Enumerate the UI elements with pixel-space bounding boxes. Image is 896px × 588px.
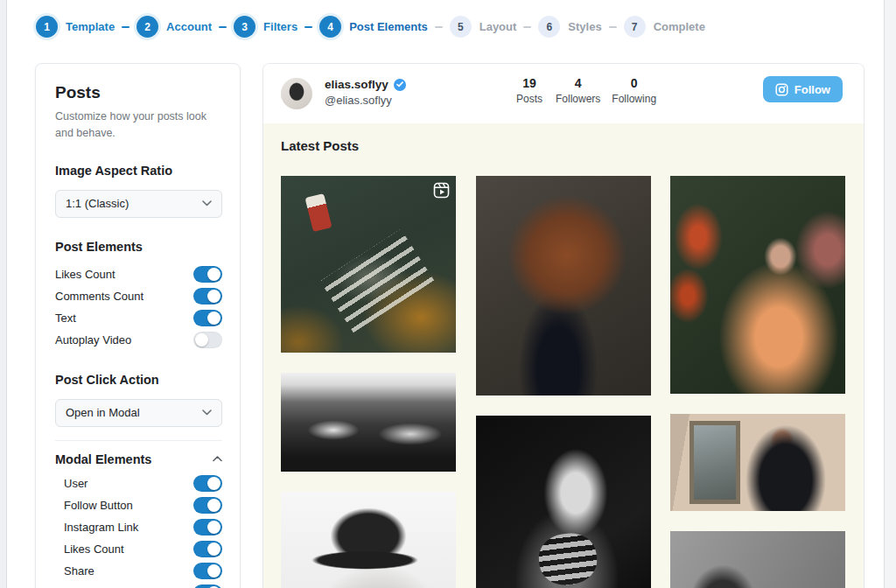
step-number: 5 (450, 16, 472, 38)
modal-elements-header[interactable]: Modal Elements (55, 452, 222, 466)
step-account[interactable]: 2 Account (136, 16, 212, 38)
follow-button-label: Follow (794, 83, 830, 96)
post-thumbnail-two-women[interactable] (670, 531, 845, 588)
toggle-label: Comments Count (55, 290, 144, 303)
aspect-ratio-value: 1:1 (Classic) (66, 197, 129, 210)
panel-subtitle: Customize how your posts look and behave… (55, 108, 222, 142)
text-toggle[interactable] (193, 310, 222, 326)
modal-instagram-link-toggle[interactable] (193, 519, 222, 536)
chevron-down-icon (202, 410, 212, 416)
wizard-stepper: 1 Template 2 Account 3 Filters 4 Post El… (36, 16, 705, 38)
profile-identity: elias.soflyy @elias.soflyy (325, 78, 406, 107)
verified-icon (394, 79, 406, 91)
step-number: 7 (624, 16, 646, 38)
chevron-up-icon (213, 456, 222, 462)
profile-avatar (281, 78, 312, 109)
step-template[interactable]: 1 Template (36, 16, 115, 38)
step-number: 1 (36, 16, 58, 38)
step-label: Filters (263, 20, 298, 33)
toggle-row: Text (55, 307, 222, 329)
toggle-row: Follow Button (64, 494, 222, 516)
window-shape (690, 421, 740, 504)
wizard-page: 1 Template 2 Account 3 Filters 4 Post El… (0, 0, 896, 588)
tram-shape (304, 193, 332, 232)
step-separator (609, 26, 617, 28)
reels-icon (433, 182, 450, 199)
post-thumbnail-orange-shirt[interactable] (670, 176, 845, 394)
autoplay-video-toggle[interactable] (193, 332, 222, 348)
section-divider (55, 440, 222, 441)
profile-username: elias.soflyy (325, 78, 388, 91)
step-label: Styles (568, 20, 601, 33)
post-thumbnail-hair-flip[interactable] (476, 176, 651, 396)
step-separator (122, 26, 130, 28)
profile-header: elias.soflyy @elias.soflyy 19 Posts 4 Fo… (263, 64, 864, 123)
step-filters[interactable]: 3 Filters (234, 16, 298, 38)
stat-following: 0 Following (612, 76, 656, 105)
toggle-row: Instagram Link (64, 516, 222, 538)
modal-text-toggle[interactable] (193, 584, 222, 588)
toggle-label: Likes Count (64, 542, 124, 556)
aspect-ratio-heading: Image Aspect Ratio (55, 164, 222, 178)
modal-likes-count-toggle[interactable] (193, 541, 222, 557)
post-thumbnail-hat-woman[interactable] (281, 492, 456, 588)
toggle-label: Follow Button (64, 499, 133, 512)
profile-name-row[interactable]: elias.soflyy (325, 78, 406, 91)
follow-button[interactable]: Follow (763, 76, 843, 102)
step-label: Account (166, 20, 212, 33)
right-scrollbar-track[interactable] (884, 0, 896, 588)
stat-label: Following (612, 93, 656, 105)
stat-followers: 4 Followers (556, 76, 600, 105)
toggle-label: User (64, 477, 88, 490)
feed-section-title: Latest Posts (281, 138, 359, 153)
post-click-action-select[interactable]: Open in Modal (55, 399, 222, 427)
aspect-ratio-select[interactable]: 1:1 (Classic) (55, 190, 222, 218)
step-separator (523, 26, 531, 28)
step-layout[interactable]: 5 Layout (450, 16, 517, 38)
post-thumbnail-tram-street[interactable] (281, 176, 456, 353)
toggle-label: Likes Count (55, 268, 116, 281)
modal-elements-heading: Modal Elements (55, 452, 151, 466)
step-number: 3 (234, 16, 256, 38)
toggle-row: Likes Count (55, 263, 222, 285)
step-label: Complete (654, 20, 705, 33)
step-post-elements[interactable]: 4 Post Elements (319, 16, 428, 38)
stat-value: 0 (612, 76, 656, 90)
post-click-action-value: Open in Modal (66, 406, 140, 419)
feed-column-1 (281, 176, 456, 588)
stat-label: Posts (514, 93, 544, 105)
profile-handle: @elias.soflyy (325, 94, 406, 107)
post-thumbnail-canyon[interactable] (281, 373, 456, 472)
post-elements-heading: Post Elements (55, 240, 222, 254)
stat-value: 19 (514, 76, 544, 90)
step-number: 2 (136, 16, 158, 38)
panel-title: Posts (55, 83, 222, 102)
striped-top-shape (536, 530, 600, 588)
step-label: Post Elements (349, 20, 428, 33)
stat-value: 4 (556, 76, 600, 90)
step-separator (304, 26, 312, 28)
post-thumbnail-blonde-stripes[interactable] (476, 416, 651, 588)
step-number: 4 (319, 16, 341, 38)
step-styles[interactable]: 6 Styles (538, 16, 601, 38)
toggle-label: Share (64, 564, 94, 578)
step-complete[interactable]: 7 Complete (624, 16, 705, 38)
modal-user-toggle[interactable] (193, 475, 222, 492)
post-elements-toggles: Likes Count Comments Count Text Autoplay… (55, 263, 222, 351)
profile-stats: 19 Posts 4 Followers 0 Following (514, 76, 656, 105)
step-separator (435, 26, 443, 28)
modal-share-toggle[interactable] (193, 563, 222, 579)
modal-follow-button-toggle[interactable] (193, 497, 222, 514)
feed-column-3 (670, 176, 845, 588)
post-thumbnail-window-woman[interactable] (670, 414, 845, 511)
step-label: Template (66, 20, 115, 33)
step-number: 6 (538, 16, 560, 38)
stat-label: Followers (556, 93, 600, 105)
toggle-row: Comments Count (55, 285, 222, 307)
step-separator (219, 26, 227, 28)
likes-count-toggle[interactable] (193, 266, 222, 283)
left-gutter (0, 0, 7, 588)
post-click-action-heading: Post Click Action (55, 373, 222, 387)
crosswalk-shape (320, 229, 434, 333)
comments-count-toggle[interactable] (193, 288, 222, 304)
